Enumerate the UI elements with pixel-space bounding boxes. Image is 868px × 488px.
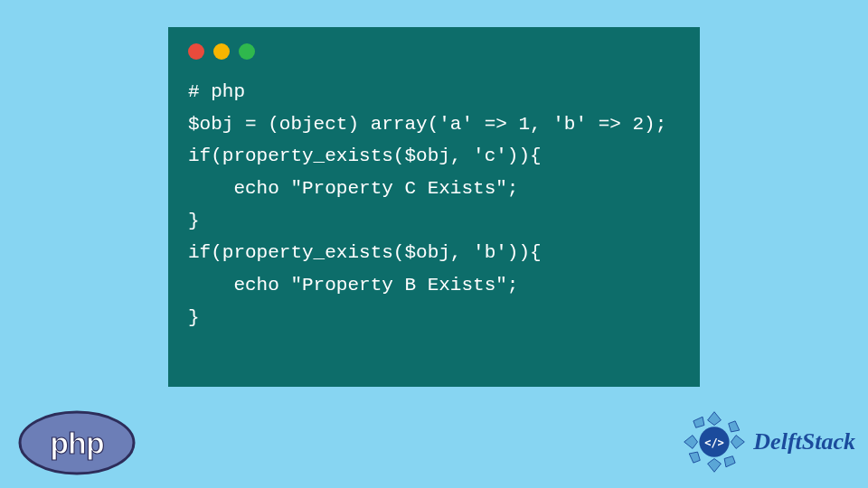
code-block: # php $obj = (object) array('a' => 1, 'b… — [188, 76, 680, 334]
minimize-icon — [213, 43, 230, 60]
php-logo: php php — [18, 410, 136, 475]
code-window: # php $obj = (object) array('a' => 1, 'b… — [168, 27, 700, 387]
window-controls — [188, 43, 680, 60]
svg-text:php: php — [50, 426, 104, 460]
close-icon — [188, 43, 204, 60]
maximize-icon — [239, 43, 255, 60]
svg-text:</>: </> — [704, 436, 724, 449]
delftstack-text: DelftStack — [753, 428, 855, 455]
delftstack-logo: </> DelftStack — [681, 408, 855, 475]
delftstack-emblem-icon: </> — [681, 408, 748, 475]
